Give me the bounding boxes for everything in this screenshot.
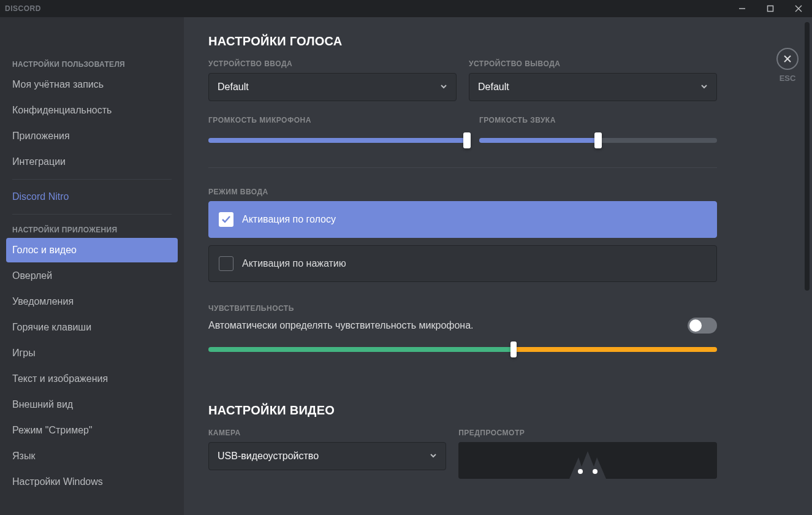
window-controls <box>734 2 807 15</box>
input-mode-voice-label: Активация по голосу <box>242 214 336 225</box>
video-settings-title: НАСТРОЙКИ ВИДЕО <box>208 403 717 418</box>
mic-volume-label: ГРОМКОСТЬ МИКРОФОНА <box>208 116 467 124</box>
wumpus-icon <box>551 442 624 479</box>
chevron-down-icon <box>430 451 437 462</box>
minimize-button[interactable] <box>734 2 751 15</box>
sensitivity-label: ЧУВСТВИТЕЛЬНОСТЬ <box>208 304 717 313</box>
chevron-down-icon <box>440 82 447 93</box>
sidebar-header-app: НАСТРОЙКИ ПРИЛОЖЕНИЯ <box>6 219 178 238</box>
camera-value: USB-видеоустройство <box>218 451 319 462</box>
sidebar-item-connections[interactable]: Интеграции <box>6 150 178 174</box>
svg-rect-1 <box>768 6 773 12</box>
sidebar-separator <box>12 214 172 215</box>
output-device-select[interactable]: Default <box>469 73 717 101</box>
sidebar-item-nitro[interactable]: Discord Nitro <box>6 185 178 209</box>
esc-label: ESC <box>780 74 796 83</box>
sidebar-item-apps[interactable]: Приложения <box>6 124 178 148</box>
sidebar-item-privacy[interactable]: Конфиденциальность <box>6 98 178 123</box>
maximize-button[interactable] <box>762 2 779 15</box>
close-settings-button[interactable] <box>776 48 799 70</box>
content-area: НАСТРОЙКИ ГОЛОСА УСТРОЙСТВО ВВОДА Defaul… <box>184 17 763 515</box>
sidebar-item-keybinds[interactable]: Горячие клавиши <box>6 315 178 340</box>
output-volume-slider[interactable] <box>479 133 717 148</box>
sensitivity-slider[interactable] <box>208 343 717 356</box>
brand-label: DISCORD <box>5 4 41 13</box>
sidebar-item-text-images[interactable]: Текст и изображения <box>6 367 178 391</box>
input-mode-ptt-label: Активация по нажатию <box>242 258 346 269</box>
sidebar-item-account[interactable]: Моя учётная запись <box>6 72 178 97</box>
camera-label: КАМЕРА <box>208 429 446 437</box>
input-device-select[interactable]: Default <box>208 73 457 101</box>
voice-settings-title: НАСТРОЙКИ ГОЛОСА <box>208 34 717 48</box>
input-device-value: Default <box>218 82 249 93</box>
camera-select[interactable]: USB-видеоустройство <box>208 442 446 470</box>
titlebar: DISCORD <box>0 0 812 17</box>
checkbox-checked-icon <box>219 212 233 227</box>
input-mode-label: РЕЖИМ ВВОДА <box>208 188 717 196</box>
sidebar-separator <box>12 179 172 180</box>
input-mode-push-to-talk[interactable]: Активация по нажатию <box>208 245 717 282</box>
auto-sensitivity-text: Автоматически определять чувствительност… <box>208 320 474 331</box>
sidebar-item-voice-video[interactable]: Голос и видео <box>6 238 178 262</box>
sidebar-item-language[interactable]: Язык <box>6 444 178 468</box>
window-close-button[interactable] <box>790 2 807 15</box>
auto-sensitivity-toggle[interactable] <box>688 318 717 334</box>
settings-sidebar: НАСТРОЙКИ ПОЛЬЗОВАТЕЛЯ Моя учётная запис… <box>0 17 184 515</box>
video-preview <box>458 442 717 479</box>
input-mode-voice-activity[interactable]: Активация по голосу <box>208 201 717 238</box>
scrollbar[interactable] <box>805 22 810 510</box>
sidebar-item-windows[interactable]: Настройки Windows <box>6 470 178 494</box>
sidebar-item-appearance[interactable]: Внешний вид <box>6 392 178 417</box>
sidebar-item-notifications[interactable]: Уведомления <box>6 289 178 314</box>
output-device-label: УСТРОЙСТВО ВЫВОДА <box>469 59 717 68</box>
chevron-down-icon <box>700 82 708 93</box>
preview-label: ПРЕДПРОСМОТР <box>458 429 717 437</box>
input-device-label: УСТРОЙСТВО ВВОДА <box>208 59 457 68</box>
checkbox-empty-icon <box>219 256 233 271</box>
sidebar-item-overlay[interactable]: Оверлей <box>6 264 178 288</box>
sidebar-header-user: НАСТРОЙКИ ПОЛЬЗОВАТЕЛЯ <box>6 54 178 72</box>
output-device-value: Default <box>478 82 509 93</box>
sidebar-item-streamer[interactable]: Режим "Стример" <box>6 418 178 443</box>
svg-point-4 <box>578 469 583 474</box>
mic-volume-slider[interactable] <box>208 133 467 148</box>
output-volume-label: ГРОМКОСТЬ ЗВУКА <box>479 116 717 124</box>
sidebar-item-games[interactable]: Игры <box>6 341 178 365</box>
svg-point-5 <box>593 469 598 474</box>
